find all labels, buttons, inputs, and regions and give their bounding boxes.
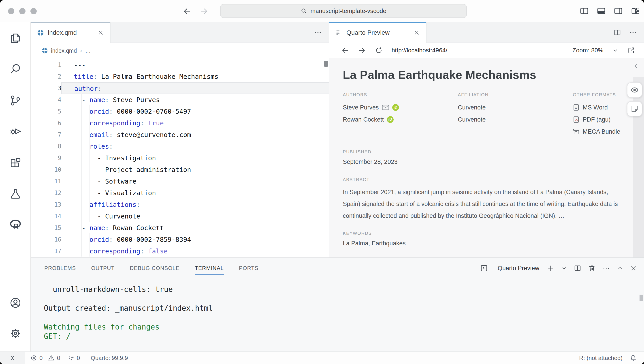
- code-line-14[interactable]: 14 - Curvenote: [31, 210, 329, 222]
- kill-terminal-trash-icon[interactable]: [588, 264, 596, 272]
- extensions-icon[interactable]: [10, 157, 22, 169]
- orcid-icon[interactable]: iD: [387, 116, 394, 123]
- run-debug-icon[interactable]: [10, 125, 22, 137]
- breadcrumb-more[interactable]: …: [85, 48, 91, 54]
- settings-gear-icon[interactable]: [10, 327, 22, 339]
- code-line-13[interactable]: 13 affiliations:: [31, 199, 329, 210]
- code-line-5[interactable]: 5 orcid: 0000-0002-0760-5497: [31, 106, 329, 117]
- editor-group: index.qmd: [31, 22, 329, 257]
- code-line-12[interactable]: 12 - Visualization: [31, 187, 329, 199]
- email-envelope-icon[interactable]: [382, 105, 389, 110]
- tab-quarto-preview[interactable]: Quarto Preview: [330, 22, 426, 43]
- customize-layout-icon[interactable]: [630, 6, 640, 16]
- r-session-status[interactable]: R: (not attached): [579, 354, 622, 361]
- code-line-11[interactable]: 11 - Software: [31, 176, 329, 187]
- editor-more-actions-icon[interactable]: [314, 29, 322, 36]
- split-terminal-icon[interactable]: [574, 264, 581, 272]
- reader-view-button[interactable]: [627, 82, 642, 98]
- code-editor[interactable]: 1---2title: La Palma Earthquake Mechanis…: [31, 58, 329, 257]
- ports-status[interactable]: 0: [68, 354, 80, 361]
- source-control-icon[interactable]: [10, 95, 22, 107]
- split-editor-icon[interactable]: [614, 29, 621, 36]
- published-section: PUBLISHED September 28, 2023: [343, 149, 644, 165]
- code-line-1[interactable]: 1---: [31, 59, 329, 71]
- new-terminal-icon[interactable]: [547, 264, 554, 272]
- code-line-10[interactable]: 10 - Project administration: [31, 164, 329, 176]
- close-panel-icon[interactable]: [630, 265, 637, 271]
- terminal-dropdown-chevron-icon[interactable]: [561, 265, 567, 271]
- preview-back-icon[interactable]: [341, 46, 349, 54]
- published-date: September 28, 2023: [343, 159, 644, 165]
- problems-status[interactable]: 0 0: [30, 354, 60, 361]
- abstract-text: In September 2021, a significant jump in…: [343, 186, 622, 222]
- preview-toolbar: http://localhost:4964/ Zoom: 80%: [330, 43, 644, 58]
- keywords-text: La Palma, Earthquakes: [343, 240, 644, 247]
- terminal-line: [44, 294, 644, 303]
- code-line-7[interactable]: 7 email: steve@curvenote.com: [31, 129, 329, 141]
- minimize-window-button[interactable]: [19, 8, 26, 14]
- r-lang-icon[interactable]: R: [10, 218, 22, 231]
- history-forward-icon[interactable]: [200, 7, 208, 16]
- quarto-version-status[interactable]: Quarto: 99.9.9: [91, 354, 128, 361]
- code-line-15[interactable]: 15 - name: Rowan Cockett: [31, 222, 329, 234]
- abstract-section: ABSTRACT In September 2021, a significan…: [343, 177, 644, 222]
- tab-output[interactable]: OUTPUT: [91, 262, 114, 274]
- breadcrumb[interactable]: index.qmd › …: [31, 43, 329, 58]
- document-title: La Palma Earthquake Mechanisms: [343, 68, 644, 82]
- preview-more-actions-icon[interactable]: [629, 29, 637, 36]
- preview-group: Quarto Preview: [329, 22, 644, 257]
- tab-debug-console[interactable]: DEBUG CONSOLE: [130, 262, 180, 274]
- code-line-6[interactable]: 6 corresponding: true: [31, 117, 329, 129]
- terminal-session-name[interactable]: Quarto Preview: [498, 265, 539, 272]
- tab-problems[interactable]: PROBLEMS: [44, 262, 76, 274]
- explorer-icon[interactable]: [10, 32, 22, 44]
- chevron-down-icon[interactable]: [612, 47, 618, 54]
- toggle-secondary-sidebar-icon[interactable]: [614, 6, 623, 16]
- orcid-icon[interactable]: iD: [392, 104, 399, 111]
- toggle-primary-sidebar-icon[interactable]: [580, 6, 589, 16]
- preview-forward-icon[interactable]: [358, 46, 366, 54]
- code-line-8[interactable]: 8 roles:: [31, 141, 329, 152]
- search-icon: [300, 8, 307, 14]
- code-line-3[interactable]: 3author:: [31, 82, 329, 94]
- notifications-bell-icon[interactable]: [630, 354, 637, 361]
- tab-terminal[interactable]: TERMINAL: [195, 262, 224, 274]
- close-tab-icon[interactable]: [414, 30, 420, 36]
- published-label: PUBLISHED: [343, 149, 644, 154]
- line-number: 11: [31, 176, 61, 187]
- tab-ports[interactable]: PORTS: [239, 262, 258, 274]
- search-icon[interactable]: [10, 63, 22, 75]
- code-line-17[interactable]: 17 corresponding: false: [31, 245, 329, 257]
- chevron-right-icon: ›: [80, 47, 82, 54]
- panel-more-actions-icon[interactable]: [602, 264, 610, 272]
- maximize-panel-chevron-up-icon[interactable]: [617, 265, 624, 271]
- line-number: 13: [31, 199, 61, 210]
- zoom-window-button[interactable]: [30, 8, 37, 14]
- close-window-button[interactable]: [8, 8, 14, 14]
- code-line-9[interactable]: 9 - Investigation: [31, 152, 329, 164]
- toggle-panel-icon[interactable]: [596, 6, 606, 16]
- accounts-icon[interactable]: [10, 297, 22, 309]
- indent-guide: [90, 233, 90, 256]
- close-tab-icon[interactable]: [98, 30, 104, 36]
- open-external-icon[interactable]: [628, 47, 635, 54]
- terminal-scrollbar-thumb[interactable]: [640, 295, 643, 301]
- tab-index-qmd[interactable]: index.qmd: [31, 22, 110, 43]
- code-line-4[interactable]: 4 - name: Steve Purves: [31, 94, 329, 106]
- code-line-16[interactable]: 16 orcid: 0000-0002-7859-8394: [31, 234, 329, 245]
- command-center-search[interactable]: manuscript-template-vscode: [220, 4, 467, 18]
- code-line-2[interactable]: 2title: La Palma Earthquake Mechanisms: [31, 71, 329, 82]
- testing-beaker-icon[interactable]: [10, 188, 22, 200]
- document-meta: AUTHORS Steve Purves iD Rowan Cocket: [343, 92, 644, 138]
- refresh-icon[interactable]: [375, 47, 383, 54]
- annotation-button[interactable]: [627, 101, 642, 116]
- collapse-toc-chevron-icon[interactable]: [633, 63, 640, 69]
- history-back-icon[interactable]: [182, 7, 192, 16]
- breadcrumb-file[interactable]: index.qmd: [51, 48, 77, 54]
- preview-tabbar: Quarto Preview: [330, 22, 644, 43]
- remote-indicator[interactable]: [0, 352, 25, 364]
- zoom-level[interactable]: Zoom: 80%: [572, 47, 603, 54]
- preview-url[interactable]: http://localhost:4964/: [392, 47, 447, 54]
- editor-scrollbar-thumb[interactable]: [324, 61, 328, 67]
- terminal-output[interactable]: unroll-markdown-cells: true Output creat…: [44, 285, 644, 341]
